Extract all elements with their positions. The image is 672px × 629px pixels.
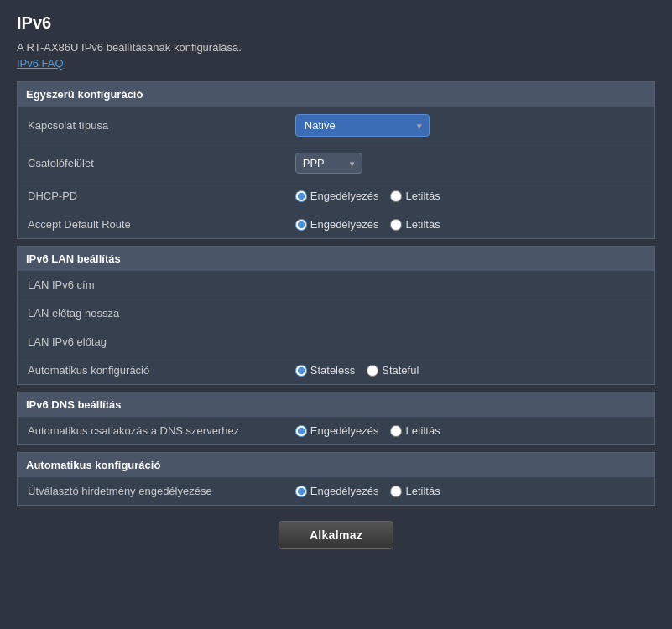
row-utvalaztohirdetmeny: Útválasztó hirdetmény engedélyezése Enge… bbox=[18, 477, 654, 505]
select-csatolofelulet[interactable]: PPP WAN LAN bbox=[295, 153, 362, 174]
value-lanIpv6Cim bbox=[285, 271, 654, 299]
radio-group-automatikusKonfig: Stateless Stateful bbox=[295, 364, 644, 377]
label-dhcpPd: DHCP-PD bbox=[18, 182, 285, 211]
value-utvalaztohirdetmeny: Engedélyezés Letiltás bbox=[285, 477, 654, 505]
value-dhcpPd: Engedélyezés Letiltás bbox=[285, 182, 654, 211]
radio-engedely-uh[interactable] bbox=[295, 486, 307, 497]
radio-letiltas-dhcp[interactable] bbox=[390, 190, 402, 202]
value-kapcsolatTipusa: Native Tunnel 6in4 Tunnel 6to4 PPTP DHCP… bbox=[285, 107, 654, 145]
row-csatolofelulet: Csatolófelület PPP WAN LAN bbox=[18, 145, 654, 182]
row-kapcsolatTipusa: Kapcsolat típusa Native Tunnel 6in4 Tunn… bbox=[18, 107, 654, 145]
radio-letiltas-adr[interactable] bbox=[390, 219, 402, 231]
radio-group-acceptDefaultRoute: Engedélyezés Letiltás bbox=[295, 218, 644, 231]
radio-engedely-dns[interactable] bbox=[295, 425, 307, 437]
radio-text-stateless: Stateless bbox=[310, 364, 355, 377]
section-ipv6LanBeallitas: IPv6 LAN beállítás LAN IPv6 cím LAN előt… bbox=[17, 246, 655, 385]
section-egyszeruKonfig: Egyszerű konfiguráció Kapcsolat típusa N… bbox=[17, 81, 655, 239]
label-lanElotagHossza: LAN előtag hossza bbox=[18, 299, 285, 328]
section-table-egyszeruKonfig: Kapcsolat típusa Native Tunnel 6in4 Tunn… bbox=[18, 107, 654, 238]
select-wrapper-native: Native Tunnel 6in4 Tunnel 6to4 PPTP DHCP… bbox=[295, 114, 430, 137]
select-kapcsolatTipusa[interactable]: Native Tunnel 6in4 Tunnel 6to4 PPTP DHCP… bbox=[295, 114, 430, 137]
label-automatikusCsatlakozas: Automatikus csatlakozás a DNS szerverhez bbox=[18, 417, 285, 444]
section-header-automatikusKonfigSection: Automatikus konfiguráció bbox=[18, 453, 654, 477]
label-acceptDefaultRoute: Accept Default Route bbox=[18, 211, 285, 239]
radio-label-letiltas-uh[interactable]: Letiltás bbox=[390, 485, 440, 497]
radio-engedely-dhcp[interactable] bbox=[295, 190, 307, 202]
radio-label-letiltas-adr[interactable]: Letiltás bbox=[390, 218, 440, 231]
select-wrapper-ppp: PPP WAN LAN bbox=[295, 153, 362, 174]
radio-group-automatikusCsatlakozas: Engedélyezés Letiltás bbox=[295, 424, 644, 437]
row-lanIpv6Elotag: LAN IPv6 előtag bbox=[18, 328, 654, 356]
radio-label-engedely-dns[interactable]: Engedélyezés bbox=[295, 424, 379, 437]
radio-label-engedely-dhcp[interactable]: Engedélyezés bbox=[295, 190, 379, 202]
label-automatikusKonfig: Automatikus konfiguráció bbox=[18, 356, 285, 385]
section-header-egyszeruKonfig: Egyszerű konfiguráció bbox=[18, 82, 654, 107]
radio-text-engedely-uh: Engedélyezés bbox=[310, 485, 379, 497]
radio-label-engedely-adr[interactable]: Engedélyezés bbox=[295, 218, 379, 231]
row-dhcpPd: DHCP-PD Engedélyezés Letiltás bbox=[18, 182, 654, 211]
radio-stateless[interactable] bbox=[295, 365, 307, 377]
radio-text-letiltas-dhcp: Letiltás bbox=[405, 190, 440, 202]
page-description: A RT-AX86U IPv6 beállításának konfigurál… bbox=[17, 41, 655, 54]
radio-label-letiltas-dhcp[interactable]: Letiltás bbox=[390, 190, 440, 202]
apply-btn-row: Alkalmaz bbox=[17, 521, 655, 549]
radio-letiltas-dns[interactable] bbox=[390, 425, 402, 437]
label-kapcsolatTipusa: Kapcsolat típusa bbox=[18, 107, 285, 145]
row-lanElotag hossza: LAN előtag hossza bbox=[18, 299, 654, 328]
radio-group-dhcpPd: Engedélyezés Letiltás bbox=[295, 190, 644, 202]
row-automatikusCsatlakozas: Automatikus csatlakozás a DNS szerverhez… bbox=[18, 417, 654, 444]
page-container: IPv6 A RT-AX86U IPv6 beállításának konfi… bbox=[0, 0, 672, 566]
value-lanIpv6Elotag bbox=[285, 328, 654, 356]
radio-text-stateful: Stateful bbox=[382, 364, 419, 377]
radio-label-letiltas-dns[interactable]: Letiltás bbox=[390, 424, 440, 437]
value-lanElotagHossza bbox=[285, 299, 654, 328]
radio-text-engedely-dns: Engedélyezés bbox=[310, 424, 379, 437]
value-automatikusCsatlakozas: Engedélyezés Letiltás bbox=[285, 417, 654, 444]
section-header-ipv6DnsBeallitas: IPv6 DNS beállítás bbox=[18, 392, 654, 417]
radio-text-letiltas-uh: Letiltás bbox=[405, 485, 440, 497]
section-ipv6DnsBeallitas: IPv6 DNS beállítás Automatikus csatlakoz… bbox=[17, 392, 655, 445]
value-automatikusKonfig: Stateless Stateful bbox=[285, 356, 654, 385]
label-lanIpv6Cim: LAN IPv6 cím bbox=[18, 271, 285, 299]
radio-label-stateful[interactable]: Stateful bbox=[367, 364, 419, 377]
radio-text-engedely-adr: Engedélyezés bbox=[310, 218, 379, 231]
section-table-automatikusKonfigSection: Útválasztó hirdetmény engedélyezése Enge… bbox=[18, 477, 654, 505]
radio-text-letiltas-adr: Letiltás bbox=[405, 218, 440, 231]
section-table-ipv6DnsBeallitas: Automatikus csatlakozás a DNS szerverhez… bbox=[18, 417, 654, 444]
radio-text-engedely-dhcp: Engedélyezés bbox=[310, 190, 379, 202]
radio-letiltas-uh[interactable] bbox=[390, 486, 402, 497]
apply-button[interactable]: Alkalmaz bbox=[279, 521, 393, 549]
section-header-ipv6LanBeallitas: IPv6 LAN beállítás bbox=[18, 247, 654, 271]
radio-label-stateless[interactable]: Stateless bbox=[295, 364, 355, 377]
section-automatikusKonfigSection: Automatikus konfiguráció Útválasztó hird… bbox=[17, 452, 655, 506]
label-csatolofelulet: Csatolófelület bbox=[18, 145, 285, 182]
row-automatikusKonfig: Automatikus konfiguráció Stateless State… bbox=[18, 356, 654, 385]
row-lanIpv6Cim: LAN IPv6 cím bbox=[18, 271, 654, 299]
radio-group-utvalaztohirdetmeny: Engedélyezés Letiltás bbox=[295, 485, 644, 497]
value-csatolofelulet: PPP WAN LAN bbox=[285, 145, 654, 182]
label-lanIpv6Elotag: LAN IPv6 előtag bbox=[18, 328, 285, 356]
radio-text-letiltas-dns: Letiltás bbox=[405, 424, 440, 437]
value-acceptDefaultRoute: Engedélyezés Letiltás bbox=[285, 211, 654, 239]
radio-engedely-adr[interactable] bbox=[295, 219, 307, 231]
page-title: IPv6 bbox=[17, 13, 655, 33]
radio-stateful[interactable] bbox=[367, 365, 378, 377]
label-utvalaztohirdetmeny: Útválasztó hirdetmény engedélyezése bbox=[18, 477, 285, 505]
ipv6-faq-link[interactable]: IPv6 FAQ bbox=[17, 57, 64, 70]
radio-label-engedely-uh[interactable]: Engedélyezés bbox=[295, 485, 379, 497]
row-acceptDefaultRoute: Accept Default Route Engedélyezés Letilt… bbox=[18, 211, 654, 239]
section-table-ipv6LanBeallitas: LAN IPv6 cím LAN előtag hossza LAN IPv6 … bbox=[18, 271, 654, 384]
